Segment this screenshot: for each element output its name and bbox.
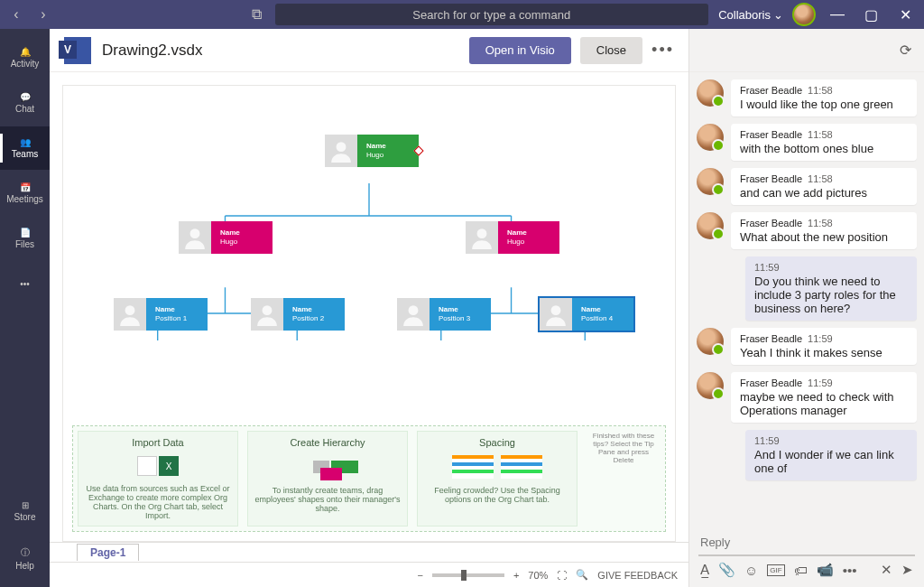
tips-close-hint: Finished with these tips? Select the Tip… [582, 426, 665, 531]
org-node-top[interactable]: NameHugo [325, 135, 419, 167]
discard-icon[interactable]: ✕ [881, 562, 892, 578]
svg-point-0 [337, 142, 346, 152]
chat-message[interactable]: Fraser Beadle11:58with the bottom ones b… [697, 124, 917, 161]
maximize-icon[interactable]: ▢ [859, 2, 884, 27]
rail-more[interactable]: ••• [0, 262, 50, 305]
chat-message[interactable]: Fraser Beadle11:58What about the new pos… [697, 212, 917, 249]
svg-point-1 [190, 228, 200, 238]
close-button[interactable]: Close [580, 37, 642, 64]
visio-icon [64, 37, 91, 64]
status-bar: − + 70% ⛶ 🔍 GIVE FEEDBACK [50, 562, 688, 587]
chat-message[interactable]: 11:59And I wonder if we can link one of [697, 430, 917, 480]
more-button[interactable]: ••• [651, 41, 674, 60]
send-icon[interactable]: ➤ [901, 562, 913, 578]
svg-point-3 [125, 305, 135, 315]
tips-pane[interactable]: Import Data X Use data from sources such… [72, 425, 666, 532]
rail-meetings[interactable]: 📅Meetings [0, 172, 50, 215]
rail-chat[interactable]: 💬Chat [0, 81, 50, 125]
person-icon [325, 135, 357, 167]
person-icon [114, 298, 146, 331]
emoji-icon[interactable]: ☺ [744, 563, 758, 578]
document-pane: Drawing2.vsdx Open in Visio Close ••• [50, 29, 689, 587]
org-node-l2b[interactable]: NameHugo [466, 221, 559, 254]
bell-icon: 🔔 [20, 47, 31, 57]
tip-spacing: Spacing Feeling crowded? Use the Spacing… [417, 431, 578, 526]
org-node-p1[interactable]: NamePosition 1 [114, 298, 208, 331]
forward-icon[interactable]: › [32, 4, 54, 25]
avatar [697, 79, 724, 107]
svg-point-6 [551, 305, 561, 315]
fit-page-icon[interactable]: ⛶ [557, 570, 567, 581]
titlebar: ‹ › ⧉ Search for or type a command Colla… [0, 0, 924, 29]
tip-import: Import Data X Use data from sources such… [78, 431, 238, 526]
feedback-link[interactable]: GIVE FEEDBACK [597, 570, 678, 581]
popout-icon[interactable]: ⧉ [245, 4, 267, 25]
format-icon[interactable]: A̲ [700, 562, 709, 578]
avatar [697, 124, 724, 151]
store-icon: ⊞ [22, 500, 29, 510]
page-tabs: Page-1 [50, 542, 688, 562]
avatar [697, 372, 724, 399]
avatar [697, 212, 724, 239]
person-icon [540, 298, 572, 331]
reply-input[interactable] [698, 530, 915, 556]
teams-icon: 👥 [20, 137, 31, 147]
rail-help[interactable]: ⓘHelp [0, 536, 50, 580]
person-icon [179, 221, 211, 254]
attach-icon[interactable]: 📎 [718, 562, 735, 578]
tip-hierarchy: Create Hierarchy To instantly create tea… [247, 431, 408, 526]
page-tab-1[interactable]: Page-1 [77, 544, 139, 561]
zoom-slider[interactable] [432, 573, 504, 577]
svg-point-4 [263, 305, 273, 315]
rail-files[interactable]: 📄Files [0, 217, 50, 260]
visio-canvas[interactable]: NameHugo NameHugo NameHugo [62, 85, 676, 542]
close-icon[interactable]: ✕ [893, 2, 919, 27]
svg-point-2 [477, 228, 487, 238]
minimize-icon[interactable]: — [825, 2, 850, 27]
expand-chat-icon[interactable]: ⟳ [900, 42, 911, 59]
document-title: Drawing2.vsdx [102, 42, 203, 60]
files-icon: 📄 [20, 228, 31, 238]
fit-width-icon[interactable]: 🔍 [576, 569, 588, 581]
rail-store[interactable]: ⊞Store [0, 489, 50, 533]
gif-icon[interactable]: GIF [767, 564, 784, 576]
avatar [697, 168, 724, 195]
back-icon[interactable]: ‹ [5, 4, 27, 25]
meet-icon[interactable]: 📹 [817, 562, 834, 578]
search-input[interactable]: Search for or type a command [275, 4, 708, 25]
help-icon: ⓘ [21, 546, 30, 559]
zoom-out-icon[interactable]: − [417, 570, 422, 581]
messages-list[interactable]: Fraser Beadle11:58I would like the top o… [689, 72, 924, 523]
chat-icon: 💬 [20, 92, 31, 102]
person-icon [466, 221, 498, 254]
more-icon: ••• [20, 279, 30, 289]
org-node-p3[interactable]: NamePosition 3 [397, 298, 491, 331]
chat-message[interactable]: Fraser Beadle11:58I would like the top o… [697, 79, 917, 116]
zoom-in-icon[interactable]: + [513, 570, 519, 581]
avatar [697, 328, 724, 355]
app-rail: 🔔Activity 💬Chat 👥Teams 📅Meetings 📄Files … [0, 29, 50, 587]
org-switcher[interactable]: Collaboris ⌄ [718, 8, 783, 22]
person-icon [397, 298, 430, 331]
chat-message[interactable]: 11:59Do you think we need to include 3 p… [697, 256, 917, 321]
more-compose-icon[interactable]: ••• [843, 563, 857, 578]
chat-message[interactable]: Fraser Beadle11:58and can we add picture… [697, 168, 917, 205]
person-icon [251, 298, 283, 331]
zoom-level: 70% [528, 570, 548, 581]
chat-message[interactable]: Fraser Beadle11:59Yeah I think it makes … [697, 328, 917, 365]
chat-pane: ⟳ Fraser Beadle11:58I would like the top… [689, 29, 924, 587]
svg-point-5 [409, 305, 419, 315]
open-in-visio-button[interactable]: Open in Visio [469, 37, 571, 64]
calendar-icon: 📅 [20, 182, 31, 192]
org-node-l2a[interactable]: NameHugo [179, 221, 273, 254]
rail-activity[interactable]: 🔔Activity [0, 36, 50, 79]
sticker-icon[interactable]: 🏷 [794, 563, 808, 578]
org-node-p4[interactable]: NamePosition 4 [540, 298, 633, 331]
user-avatar[interactable] [792, 3, 816, 26]
chat-message[interactable]: Fraser Beadle11:59maybe we need to check… [697, 372, 917, 423]
chevron-down-icon: ⌄ [773, 8, 783, 22]
org-node-p2[interactable]: NamePosition 2 [251, 298, 345, 331]
rail-teams[interactable]: 👥Teams [0, 126, 50, 170]
